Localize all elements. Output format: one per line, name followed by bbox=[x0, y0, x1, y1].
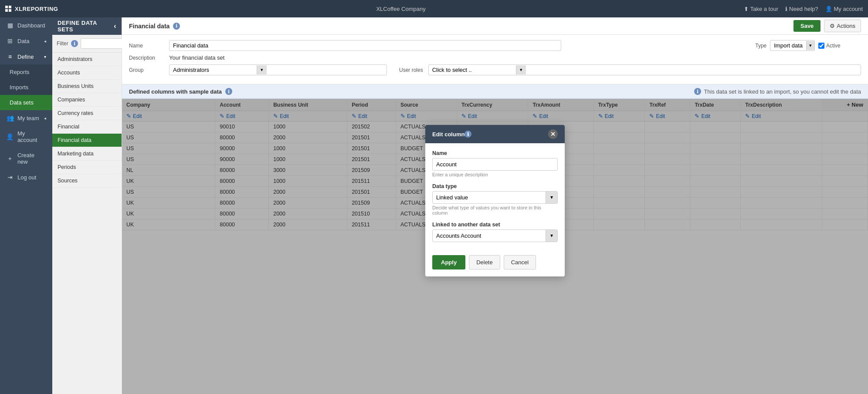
type-dropdown-btn[interactable]: ▾ bbox=[806, 41, 814, 50]
modal-name-label: Name bbox=[432, 150, 558, 156]
table-header-bar: Defined columns with sample data ℹ ℹ Thi… bbox=[122, 84, 868, 99]
save-button[interactable]: Save bbox=[793, 20, 821, 32]
sidebar-item-data-sets[interactable]: Data sets bbox=[0, 95, 52, 110]
modal-data-type-select[interactable]: Linked value bbox=[433, 192, 546, 203]
sidebar-label-reports: Reports bbox=[10, 69, 30, 75]
sidebar-label-my-account: My account bbox=[17, 130, 46, 143]
delete-button[interactable]: Delete bbox=[469, 255, 500, 269]
sub-sidebar-item-currency-rates[interactable]: Currency rates bbox=[52, 107, 122, 120]
sidebar-item-my-team[interactable]: 👥 My team ◂ bbox=[0, 110, 52, 126]
sub-sidebar-item-marketing-data[interactable]: Marketing data bbox=[52, 147, 122, 161]
apply-button[interactable]: Apply bbox=[432, 255, 465, 269]
group-select[interactable]: Administrators bbox=[170, 65, 257, 75]
modal-linked-field: Linked to another data set Accounts Acco… bbox=[432, 222, 558, 242]
sidebar-item-dashboard[interactable]: ▦ Dashboard bbox=[0, 17, 52, 33]
take-a-tour-link[interactable]: ⬆ Take a tour bbox=[744, 6, 778, 12]
sidebar-item-imports[interactable]: Imports bbox=[0, 80, 52, 95]
edit-column-modal: Edit column ℹ ✕ Name Enter a unique desc… bbox=[425, 125, 565, 276]
name-label: Name bbox=[129, 43, 164, 49]
sub-sidebar-item-periods[interactable]: Periods bbox=[52, 161, 122, 174]
type-dropdown: Import data ▾ bbox=[770, 40, 815, 51]
linked-notice: ℹ This data set is linked to an import, … bbox=[694, 88, 861, 95]
modal-data-type-select-wrapper: Linked value ▾ bbox=[432, 191, 558, 204]
content-header: Financial data ℹ Save ⚙ Actions bbox=[122, 17, 868, 35]
sidebar-label-imports: Imports bbox=[10, 84, 28, 91]
logout-icon: ⇥ bbox=[6, 174, 14, 181]
dashboard-icon: ▦ bbox=[6, 22, 14, 29]
content-header-right: Save ⚙ Actions bbox=[793, 20, 861, 32]
linked-info-icon: ℹ bbox=[694, 88, 701, 95]
sidebar-item-create-new[interactable]: + Create new bbox=[0, 148, 52, 169]
sidebar-label-define: Define bbox=[17, 54, 34, 60]
active-checkbox-row: Active bbox=[818, 43, 861, 49]
page-title-info-icon[interactable]: ℹ bbox=[173, 23, 180, 30]
modal-linked-dropdown-btn[interactable]: ▾ bbox=[546, 230, 557, 242]
group-dropdown-btn[interactable]: ▾ bbox=[257, 65, 267, 74]
sub-sidebar-item-accounts[interactable]: Accounts bbox=[52, 66, 122, 80]
modal-info-icon[interactable]: ℹ bbox=[465, 131, 471, 138]
sub-sidebar-item-financial[interactable]: Financial bbox=[52, 120, 122, 134]
sidebar-label-log-out: Log out bbox=[17, 174, 36, 181]
filter-label: Filter bbox=[57, 40, 68, 47]
sub-sidebar: DEFINE DATA SETS ‹ Filter ℹ Administrato… bbox=[52, 17, 122, 394]
modal-data-type-helper: Decide what type of values you want to s… bbox=[432, 205, 558, 216]
tour-icon: ⬆ bbox=[744, 6, 749, 12]
cancel-button[interactable]: Cancel bbox=[504, 255, 536, 269]
user-roles-dropdown-btn[interactable]: ▾ bbox=[516, 65, 526, 74]
user-roles-label: User roles bbox=[399, 67, 423, 73]
sub-sidebar-title: DEFINE DATA SETS bbox=[58, 20, 114, 33]
sub-sidebar-list: Administrators Accounts Business Units C… bbox=[52, 53, 122, 394]
content: Financial data ℹ Save ⚙ Actions Name Typ… bbox=[122, 17, 868, 394]
modal-name-input[interactable] bbox=[432, 158, 558, 171]
active-label: Active bbox=[826, 43, 861, 49]
my-account-link[interactable]: 👤 My account bbox=[825, 6, 863, 12]
modal-linked-select-wrapper: Accounts Account ▾ bbox=[432, 229, 558, 242]
user-roles-select[interactable]: Click to select .. bbox=[429, 65, 516, 75]
define-icon: ≡ bbox=[6, 53, 14, 60]
top-nav: XLREPORTING XLCoffee Company ⬆ Take a to… bbox=[0, 0, 868, 17]
sidebar-label-my-team: My team bbox=[17, 115, 39, 121]
data-table-wrapper: Company Account Business Unit Period Sou… bbox=[122, 99, 868, 394]
company-name: XLCoffee Company bbox=[58, 6, 743, 12]
table-header-title: Defined columns with sample data bbox=[129, 88, 222, 95]
group-select-wrapper: Administrators ▾ bbox=[169, 64, 387, 75]
sub-sidebar-item-business-units[interactable]: Business Units bbox=[52, 80, 122, 93]
name-input[interactable] bbox=[169, 40, 561, 51]
modal-data-type-dropdown-btn[interactable]: ▾ bbox=[546, 192, 557, 203]
active-checkbox[interactable] bbox=[818, 43, 824, 49]
sidebar-item-log-out[interactable]: ⇥ Log out bbox=[0, 169, 52, 185]
sub-sidebar-item-financial-data[interactable]: Financial data bbox=[52, 134, 122, 147]
sub-sidebar-item-administrators[interactable]: Administrators bbox=[52, 53, 122, 66]
sidebar-label-data: Data bbox=[17, 38, 29, 44]
modal-linked-label: Linked to another data set bbox=[432, 222, 558, 228]
need-help-link[interactable]: ℹ Need help? bbox=[785, 6, 818, 12]
sub-sidebar-collapse-icon[interactable]: ‹ bbox=[114, 22, 116, 30]
table-header-info-icon[interactable]: ℹ bbox=[225, 88, 232, 95]
sidebar-item-data[interactable]: ⊞ Data ◂ bbox=[0, 33, 52, 49]
modal-linked-select[interactable]: Accounts Account bbox=[433, 230, 546, 242]
modal-data-type-label: Data type bbox=[432, 183, 558, 189]
type-label: Type bbox=[755, 43, 766, 49]
modal-body: Name Enter a unique description Data typ… bbox=[425, 143, 565, 255]
form-row-name: Name Type Import data ▾ Active bbox=[129, 40, 861, 51]
sidebar-item-my-account[interactable]: 👤 My account bbox=[0, 126, 52, 148]
user-icon: 👤 bbox=[825, 6, 832, 12]
data-icon: ⊞ bbox=[6, 37, 14, 44]
define-chevron-icon: ▾ bbox=[44, 54, 46, 59]
create-icon: + bbox=[6, 155, 14, 162]
modal-data-type-field: Data type Linked value ▾ Decide what typ… bbox=[432, 183, 558, 216]
type-value: Import data bbox=[770, 40, 806, 51]
actions-button[interactable]: ⚙ Actions bbox=[824, 20, 861, 32]
modal-close-button[interactable]: ✕ bbox=[548, 129, 558, 139]
sidebar-item-reports[interactable]: Reports bbox=[0, 64, 52, 80]
sidebar-item-define[interactable]: ≡ Define ▾ bbox=[0, 49, 52, 64]
page-title: Financial data bbox=[129, 23, 170, 30]
dataset-form: Name Type Import data ▾ Active Descripti… bbox=[122, 35, 868, 84]
sidebar-label-dashboard: Dashboard bbox=[17, 22, 45, 29]
app-name: XLREPORTING bbox=[15, 6, 58, 12]
filter-info-icon[interactable]: ℹ bbox=[71, 40, 78, 47]
sub-sidebar-item-companies[interactable]: Companies bbox=[52, 93, 122, 107]
grid-icon bbox=[5, 6, 11, 12]
sub-sidebar-item-sources[interactable]: Sources bbox=[52, 174, 122, 188]
team-icon: 👥 bbox=[6, 114, 14, 121]
